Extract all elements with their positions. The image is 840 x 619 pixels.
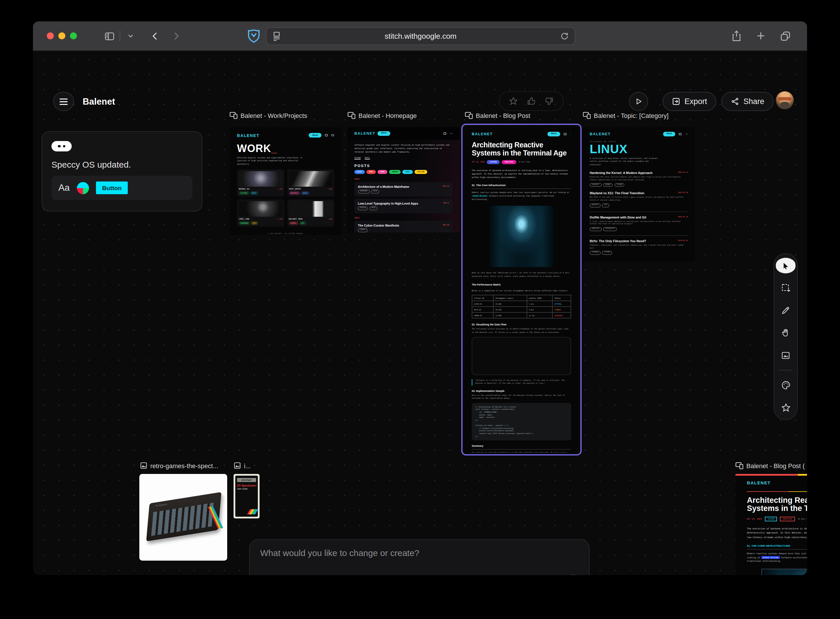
prompt-bar: 3.0 Flash — [249, 539, 590, 575]
privacy-shield-icon[interactable] — [247, 29, 260, 43]
share-page-icon[interactable] — [728, 28, 745, 44]
tool-rail — [774, 253, 798, 420]
project-thumb-neural-os — [239, 171, 282, 187]
post-card: Architecture of a Modern MainframeMAR 04… — [354, 182, 453, 196]
color-palette-swatch[interactable] — [76, 182, 89, 194]
asset-image-userguide[interactable]: sinclair ZX Spectrum+ User Guide — [234, 474, 260, 519]
export-button[interactable]: Export — [663, 92, 716, 111]
diagram-placeholder — [472, 337, 571, 375]
performance-table: Cluster ID Throughput (req/s) Latency (P… — [472, 295, 571, 318]
speccy-card[interactable]: Speccy OS updated. Aa Button — [42, 131, 202, 212]
frame-label-work[interactable]: Balenet - Work/Projects — [229, 112, 307, 119]
hand-tool[interactable] — [777, 325, 794, 341]
divider — [120, 30, 120, 42]
browser-window: stitch.withgoogle.com — [33, 21, 807, 575]
frame-label-blog[interactable]: Balenet - Blog Post — [465, 112, 530, 119]
screens-icon — [465, 112, 473, 119]
close-window-button[interactable] — [47, 32, 54, 39]
favorite-icon[interactable] — [509, 97, 518, 106]
share-button[interactable]: Share — [722, 92, 774, 111]
preview-play-button[interactable] — [629, 92, 648, 111]
filter-pill: PINK — [377, 170, 387, 174]
screens-icon — [583, 112, 591, 119]
divider — [779, 370, 793, 371]
stitch-canvas[interactable]: Balenet Export Share — [33, 51, 807, 575]
address-bar[interactable]: stitch.withgoogle.com — [266, 27, 575, 45]
share-icon — [731, 97, 740, 106]
code-block: // Initializing the Balenet Core Listene… — [472, 402, 571, 440]
browser-actions — [728, 28, 793, 44]
send-button[interactable] — [564, 574, 582, 575]
book-rainbow-stripe — [247, 509, 258, 514]
project-card: NEURAL_OSv.01 SYSTEMSRUST — [237, 170, 284, 197]
minimize-window-button[interactable] — [58, 32, 65, 39]
frame-topic[interactable]: BALENET Work<> FILTERED BY TOPIC LINUX A… — [583, 127, 695, 262]
card-title: Speccy OS updated. — [51, 160, 193, 169]
thumbs-down-icon[interactable] — [545, 97, 554, 106]
project-thumb-balenet-krnl — [289, 202, 332, 217]
window-controls — [33, 32, 81, 39]
typography-sample[interactable]: Aa — [58, 182, 70, 193]
avatar-sunglasses — [778, 97, 791, 100]
starred-tool[interactable] — [777, 399, 794, 416]
feedback-bar — [499, 91, 564, 111]
asset-label-2[interactable]: i... — [234, 462, 251, 469]
image-tool[interactable] — [777, 347, 794, 363]
asset-image-spectrum[interactable]: The Spectrum — [139, 474, 227, 561]
desktop: stitch.withgoogle.com — [0, 0, 840, 619]
book-title: ZX Spectrum+ — [237, 484, 257, 487]
prompt-input[interactable] — [260, 548, 579, 571]
reader-view-icon[interactable] — [272, 31, 281, 41]
book-subtitle: User Guide — [237, 488, 247, 490]
filter-pill: YELLOW — [414, 170, 427, 174]
back-button[interactable] — [147, 28, 163, 44]
post-card: Low-Level Typography in High-Level AppsJ… — [354, 199, 453, 213]
edit-pencil-tool[interactable] — [777, 302, 794, 318]
image-icon — [234, 462, 241, 469]
filter-pill: GREEN — [389, 170, 401, 174]
toggle-pill — [51, 141, 72, 151]
project-card: BALENET_KRNLv.04 KERNELC99 — [287, 200, 334, 227]
filter-pill: TEAL — [402, 170, 412, 174]
screens-icon — [347, 112, 356, 119]
filter-pill: BLUE — [354, 170, 365, 174]
screens-icon — [229, 112, 238, 119]
sidebar-icon[interactable] — [101, 28, 117, 44]
screens-icon — [735, 462, 743, 469]
forward-button — [168, 28, 184, 44]
topic-article: Hardening the Kernel: A Modern Approach2… — [590, 171, 688, 187]
sidebar-chevron-icon[interactable] — [123, 28, 139, 44]
topic-article: Wayland vs X11: The Final Transition2024… — [590, 191, 688, 207]
project-card: VOID_GRAPHv.02 GRAPHICSWEBGL — [287, 170, 334, 197]
avatar[interactable] — [776, 91, 794, 109]
filter-pill: RED — [367, 170, 376, 174]
zoom-window-button[interactable] — [70, 32, 77, 39]
frame-blog-post[interactable]: BALENET Work◌ Architecting Reactive Syst… — [464, 127, 579, 453]
cursor-tool[interactable] — [776, 258, 795, 274]
url-text: stitch.withgoogle.com — [385, 32, 457, 40]
asset-label-1[interactable]: retro-games-the-spect... — [140, 462, 218, 469]
topic-article: Btrfs: The Only Filesystem You Need?2024… — [590, 239, 688, 254]
button-sample[interactable]: Button — [96, 181, 128, 194]
zx-brand: The Spectrum — [155, 503, 168, 507]
reload-icon[interactable] — [560, 32, 569, 40]
card-style-row: Aa Button — [51, 176, 193, 200]
frame-work-projects[interactable]: BALENET Work WORK_ Selected digital resi… — [229, 127, 342, 235]
frame-label-topic[interactable]: Balenet - Topic: [Category] — [583, 112, 669, 119]
tab-overview-icon[interactable] — [777, 28, 793, 44]
frame-homepage[interactable]: BALENETWork <> Software engineer and dig… — [347, 127, 460, 232]
book-brand: sinclair — [237, 478, 256, 482]
frame-label-home[interactable]: Balenet - Homepage — [347, 112, 417, 119]
menu-button[interactable] — [53, 92, 74, 111]
new-tab-icon[interactable] — [753, 28, 769, 44]
project-thumb-core-link — [239, 202, 282, 217]
theme-palette-tool[interactable] — [777, 377, 794, 393]
project-title: Balenet — [83, 97, 115, 107]
thumbs-up-icon[interactable] — [527, 97, 536, 106]
export-icon — [672, 97, 680, 106]
frame-select-tool[interactable] — [777, 280, 794, 296]
frame-label-blog2[interactable]: Balenet - Blog Post ( — [735, 462, 805, 469]
zx-keys — [151, 502, 215, 536]
zx-keyboard-body: The Spectrum — [146, 492, 222, 541]
frame-blog-post-2[interactable]: BALENET WORKLAB Architecting Reactive Sy… — [735, 474, 807, 575]
